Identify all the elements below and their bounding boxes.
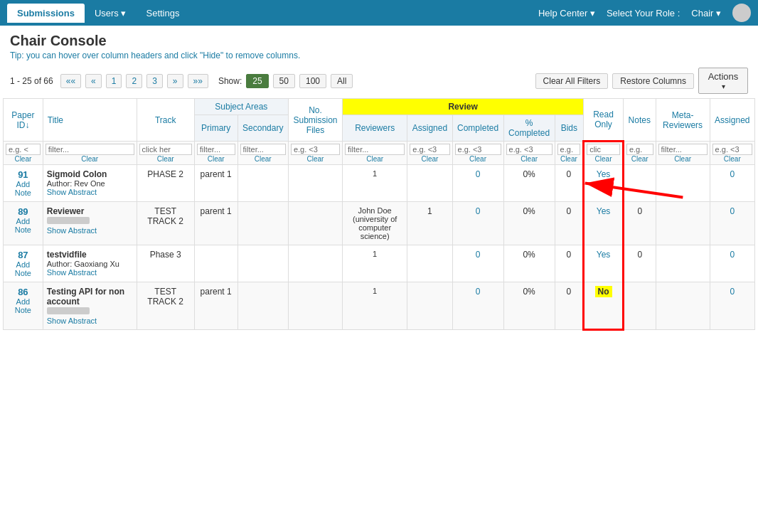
add-note-link[interactable]: Add Note bbox=[7, 180, 39, 197]
paper-id-link[interactable]: 89 bbox=[7, 206, 39, 217]
filter-reviewers-input[interactable] bbox=[345, 144, 405, 155]
toolbar: 1 - 25 of 66 «« « 1 2 3 » »» Show: 25 50… bbox=[0, 63, 758, 98]
filter-paper-id-input[interactable] bbox=[6, 144, 41, 155]
add-note-link[interactable]: Add Note bbox=[7, 260, 39, 277]
filter-primary-input[interactable] bbox=[197, 144, 235, 155]
add-note-link[interactable]: Add Note bbox=[7, 217, 39, 234]
nav-tab-users[interactable]: Users ▾ bbox=[85, 4, 137, 23]
paper-id-link[interactable]: 91 bbox=[7, 169, 39, 180]
pag-next-button[interactable]: » bbox=[167, 74, 183, 88]
cell-secondary bbox=[237, 245, 288, 282]
col-header-pct-completed: % Completed bbox=[503, 115, 555, 142]
header-group-row: Paper ID↓ Title Track Subject Areas No. … bbox=[4, 99, 755, 115]
nav-tab-settings[interactable]: Settings bbox=[136, 4, 189, 23]
nav-tab-submissions[interactable]: Submissions bbox=[7, 4, 85, 23]
pag-last-button[interactable]: »» bbox=[188, 74, 208, 88]
show-50-button[interactable]: 50 bbox=[273, 74, 295, 88]
filter-meta-reviewers-clear[interactable]: Clear bbox=[658, 155, 708, 163]
cell-reviewers: 1 bbox=[343, 245, 407, 282]
show-100-button[interactable]: 100 bbox=[299, 74, 326, 88]
filter-bids-clear[interactable]: Clear bbox=[557, 155, 581, 163]
cell-notes: 0 bbox=[623, 245, 656, 282]
filter-pct-clear[interactable]: Clear bbox=[506, 155, 553, 163]
actions-button[interactable]: Actions ▾ bbox=[698, 68, 748, 94]
paper-id-link[interactable]: 86 bbox=[7, 287, 39, 297]
filter-pct-input[interactable] bbox=[506, 144, 553, 155]
role-select[interactable]: Chair ▾ bbox=[691, 8, 721, 18]
filter-paper-id-clear[interactable]: Clear bbox=[6, 155, 41, 163]
cell-title: Reviewer Show Abstract bbox=[43, 202, 137, 245]
col-header-track: Track bbox=[137, 99, 194, 142]
paper-id-link[interactable]: 87 bbox=[7, 250, 39, 260]
pag-prev-button[interactable]: « bbox=[85, 74, 102, 88]
pag-page-2-button[interactable]: 2 bbox=[126, 74, 142, 88]
read-only-yes-badge[interactable]: Yes bbox=[597, 206, 611, 216]
pag-first-button[interactable]: «« bbox=[60, 74, 81, 88]
filter-nofiles-input[interactable] bbox=[291, 144, 340, 155]
author-blurred bbox=[47, 307, 90, 314]
filter-title-input[interactable] bbox=[46, 144, 134, 155]
avatar[interactable] bbox=[732, 4, 751, 22]
read-only-yes-badge[interactable]: Yes bbox=[597, 250, 611, 260]
filter-assigned2-input[interactable] bbox=[712, 144, 752, 155]
cell-pct-completed: 0% bbox=[503, 282, 555, 330]
col-header-primary: Primary bbox=[194, 115, 237, 142]
filter-reviewers-clear[interactable]: Clear bbox=[345, 155, 405, 163]
pagination-info: 1 - 25 of 66 bbox=[10, 76, 53, 86]
filter-readonly-input[interactable] bbox=[587, 144, 620, 155]
filter-title-clear[interactable]: Clear bbox=[46, 155, 134, 163]
author-blurred bbox=[47, 217, 90, 224]
show-25-button[interactable]: 25 bbox=[246, 74, 268, 88]
col-header-title: Title bbox=[43, 99, 137, 142]
filter-meta-reviewers-input[interactable] bbox=[658, 144, 708, 155]
cell-assigned2: 0 bbox=[710, 202, 754, 245]
cell-read-only: Yes bbox=[584, 245, 624, 282]
cell-assigned bbox=[407, 282, 452, 330]
cell-paper-id-86: 86 Add Note bbox=[4, 282, 43, 330]
col-header-completed: Completed bbox=[452, 115, 503, 142]
filter-track-input[interactable] bbox=[139, 144, 192, 155]
cell-nofiles bbox=[288, 282, 342, 330]
filter-track-clear[interactable]: Clear bbox=[139, 155, 192, 163]
clear-filters-button[interactable]: Clear All Filters bbox=[535, 73, 609, 89]
filter-paper-id: Clear bbox=[4, 142, 43, 165]
show-label: Show: bbox=[218, 76, 242, 86]
cell-read-only: Yes bbox=[584, 202, 624, 245]
filter-notes-input[interactable] bbox=[626, 144, 653, 155]
show-all-button[interactable]: All bbox=[331, 74, 353, 88]
filter-secondary-clear[interactable]: Clear bbox=[240, 155, 286, 163]
cell-primary: parent 1 bbox=[194, 202, 237, 245]
cell-completed: 0 bbox=[452, 202, 503, 245]
show-abstract-link[interactable]: Show Abstract bbox=[47, 316, 133, 325]
col-header-read-only: Read Only bbox=[584, 99, 624, 142]
cell-bids: 0 bbox=[555, 202, 584, 245]
filter-assigned-clear[interactable]: Clear bbox=[410, 155, 449, 163]
show-abstract-link[interactable]: Show Abstract bbox=[47, 226, 133, 235]
show-abstract-link[interactable]: Show Abstract bbox=[47, 188, 133, 196]
cell-notes bbox=[623, 165, 656, 202]
filter-bids-input[interactable] bbox=[557, 144, 581, 155]
help-center-link[interactable]: Help Center ▾ bbox=[538, 8, 595, 18]
restore-columns-button[interactable]: Restore Columns bbox=[612, 73, 694, 89]
add-note-link[interactable]: Add Note bbox=[7, 297, 39, 314]
filter-notes-clear[interactable]: Clear bbox=[626, 155, 653, 163]
filter-nofiles-clear[interactable]: Clear bbox=[291, 155, 340, 163]
filter-completed: Clear bbox=[452, 142, 503, 165]
filter-primary-clear[interactable]: Clear bbox=[197, 155, 235, 163]
filter-assigned: Clear bbox=[407, 142, 452, 165]
pag-page-3-button[interactable]: 3 bbox=[146, 74, 163, 88]
filter-secondary-input[interactable] bbox=[240, 144, 286, 155]
filter-completed-clear[interactable]: Clear bbox=[455, 155, 501, 163]
filter-readonly-clear[interactable]: Clear bbox=[587, 155, 620, 163]
filter-assigned2-clear[interactable]: Clear bbox=[712, 155, 752, 163]
cell-reviewers: John Doe (university of computer science… bbox=[343, 202, 407, 245]
filter-assigned-input[interactable] bbox=[410, 144, 449, 155]
cell-assigned2: 0 bbox=[710, 245, 754, 282]
read-only-no-badge[interactable]: No bbox=[595, 286, 612, 297]
page-title: Chair Console bbox=[10, 33, 748, 49]
cell-paper-id-87: 87 Add Note bbox=[4, 245, 43, 282]
read-only-yes-badge[interactable]: Yes bbox=[597, 169, 611, 179]
show-abstract-link[interactable]: Show Abstract bbox=[47, 268, 133, 277]
filter-completed-input[interactable] bbox=[455, 144, 501, 155]
pag-page-1-button[interactable]: 1 bbox=[106, 74, 122, 88]
